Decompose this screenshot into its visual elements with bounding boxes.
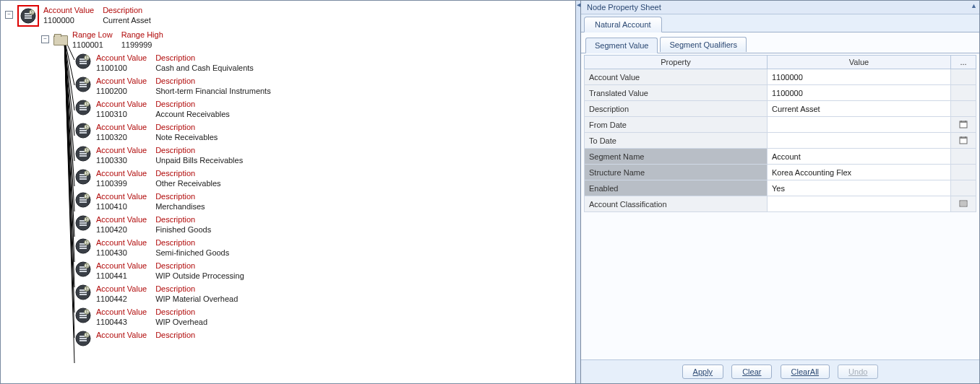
svg-rect-40 xyxy=(79,132,87,134)
svg-rect-2 xyxy=(25,15,32,17)
property-row[interactable]: Segment NameAccount xyxy=(585,149,976,165)
property-row[interactable]: Account Value1100000 xyxy=(585,69,976,85)
tree-node-account[interactable]: $Account Value1100310DescriptionAccount … xyxy=(74,99,575,122)
tree-node-account[interactable]: $Account Value1100441DescriptionWIP Outs… xyxy=(74,261,575,284)
account-icon: $ xyxy=(74,168,92,186)
tree-toggle[interactable]: − xyxy=(5,11,13,19)
col-header-description: Description xyxy=(155,145,243,155)
tab-natural-account[interactable]: Natural Account xyxy=(584,17,662,32)
svg-rect-70 xyxy=(79,248,87,249)
calendar-icon[interactable] xyxy=(951,133,976,149)
account-value: 1100443 xyxy=(96,317,147,327)
col-header-account-value: Account Value xyxy=(96,168,147,178)
tree-node-account[interactable]: $Account Value1100320DescriptionNote Rec… xyxy=(74,122,575,145)
col-header-account-value: Account Value xyxy=(96,261,147,271)
account-icon: $ xyxy=(74,53,92,70)
svg-rect-27 xyxy=(79,84,87,85)
account-icon: $ xyxy=(74,145,92,162)
property-name: Segment Name xyxy=(585,149,768,165)
property-row[interactable]: Account Classification xyxy=(585,196,976,212)
col-header-property[interactable]: Property xyxy=(585,56,768,69)
svg-rect-58 xyxy=(79,201,87,203)
tree-toggle[interactable]: − xyxy=(41,35,49,43)
tab-segment-value[interactable]: Segment Value xyxy=(585,38,658,53)
svg-rect-69 xyxy=(79,245,87,247)
col-header-account-value: Account Value xyxy=(96,53,147,63)
account-value: 1100399 xyxy=(96,178,147,188)
svg-rect-22 xyxy=(79,63,87,64)
account-description: Short-term Financial Instruments xyxy=(155,86,271,96)
svg-line-17 xyxy=(64,38,74,338)
account-description: Unpaid Bills Receivables xyxy=(155,155,243,165)
tree-node-account[interactable]: $Account Value1100399DescriptionOther Re… xyxy=(74,168,575,191)
svg-rect-51 xyxy=(79,176,87,178)
col-header-description: Description xyxy=(155,122,218,132)
property-value[interactable]: Korea Accounting Flex xyxy=(768,165,951,180)
tree-panel: − $ Account Value xyxy=(1,1,576,383)
splitter-handle[interactable] xyxy=(576,1,581,383)
col-header-account-value: Account Value xyxy=(96,307,147,317)
tree-node-account[interactable]: $Account Value1100442DescriptionWIP Mate… xyxy=(74,284,575,307)
property-value[interactable]: Yes xyxy=(768,180,951,196)
empty-cell xyxy=(951,85,976,101)
svg-line-9 xyxy=(64,38,74,136)
tree-node-account[interactable]: $Account Value1100420DescriptionFinished… xyxy=(74,214,575,237)
col-header-more[interactable]: ... xyxy=(951,56,976,69)
panel-title: Node Property Sheet xyxy=(581,1,979,14)
property-value[interactable] xyxy=(768,133,951,149)
property-row[interactable]: To Date xyxy=(585,133,976,149)
property-value[interactable]: 1100000 xyxy=(768,85,951,101)
list-picker-icon[interactable] xyxy=(951,196,976,212)
button-bar: Apply Clear ClearAll Undo xyxy=(581,359,979,383)
account-icon: $ xyxy=(74,237,92,255)
tree-node-account[interactable]: $Account Value1100430DescriptionSemi-fin… xyxy=(74,237,575,261)
account-icon: $ xyxy=(74,284,92,301)
property-value[interactable] xyxy=(768,117,951,133)
tree-node-range[interactable]: − Range Low 1100001 Range High 1199999 xyxy=(41,30,575,350)
svg-rect-33 xyxy=(79,107,87,108)
tree-root: − $ Account Value xyxy=(1,1,575,383)
empty-cell xyxy=(951,165,976,180)
svg-line-11 xyxy=(64,38,74,186)
scroll-up-icon[interactable]: ▲ xyxy=(971,2,978,9)
tree-children: $Account Value1100100DescriptionCash and… xyxy=(74,53,575,350)
empty-cell xyxy=(951,180,976,196)
col-header-description: Description xyxy=(155,99,230,109)
svg-rect-45 xyxy=(79,153,87,154)
property-panel: ▲ Node Property Sheet Natural Account Se… xyxy=(581,1,979,383)
tree-node-account[interactable]: $Account ValueDescription xyxy=(74,330,575,350)
clear-all-button[interactable]: ClearAll xyxy=(781,365,830,379)
property-row[interactable]: EnabledYes xyxy=(585,180,976,196)
col-header-value[interactable]: Value xyxy=(768,56,951,69)
tree-node-account[interactable]: $Account Value1100410DescriptionMerchand… xyxy=(74,191,575,214)
account-icon: $ xyxy=(17,5,39,27)
account-value: 1100320 xyxy=(96,132,147,142)
svg-rect-34 xyxy=(79,109,87,110)
apply-button[interactable]: Apply xyxy=(682,365,724,379)
tree-node-account[interactable]: $Account Value1100100DescriptionCash and… xyxy=(74,53,575,76)
account-icon: $ xyxy=(74,261,92,278)
tree-node-account[interactable]: $Account Value1100330DescriptionUnpaid B… xyxy=(74,145,575,168)
tab-segment-qualifiers[interactable]: Segment Qualifiers xyxy=(660,37,747,52)
svg-line-10 xyxy=(64,38,74,161)
property-value[interactable]: 1100000 xyxy=(768,69,951,85)
col-header-account-value: Account Value xyxy=(96,122,147,132)
tree-node-account[interactable]: $Account Value1100200DescriptionShort-te… xyxy=(74,76,575,99)
property-row[interactable]: From Date xyxy=(585,117,976,133)
undo-button: Undo xyxy=(838,365,878,379)
clear-button[interactable]: Clear xyxy=(731,365,772,379)
property-row[interactable]: Translated Value1100000 xyxy=(585,85,976,101)
tree-node-root[interactable]: − $ Account Value xyxy=(5,5,575,350)
property-row[interactable]: Structure NameKorea Accounting Flex xyxy=(585,165,976,180)
svg-rect-88 xyxy=(79,317,87,318)
property-name: Account Classification xyxy=(585,196,768,212)
property-value[interactable] xyxy=(768,196,951,212)
tree-node-account[interactable]: $Account Value1100443DescriptionWIP Over… xyxy=(74,307,575,330)
col-header-description: Description xyxy=(155,168,221,178)
property-name: Enabled xyxy=(585,180,768,196)
calendar-icon[interactable] xyxy=(951,117,976,133)
property-value[interactable]: Account xyxy=(768,149,951,165)
col-header-account-value: Account Value xyxy=(96,145,147,155)
property-row[interactable]: DescriptionCurrent Asset xyxy=(585,101,976,117)
property-value[interactable]: Current Asset xyxy=(768,101,951,117)
